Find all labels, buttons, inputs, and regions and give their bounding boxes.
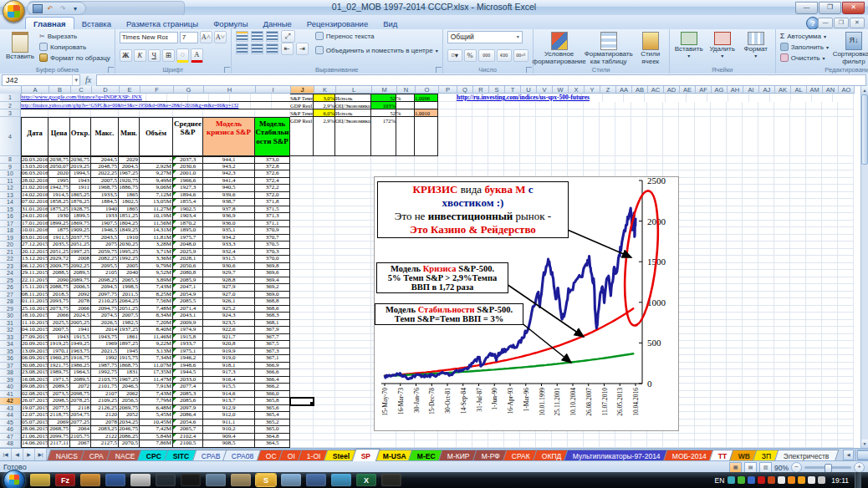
cell-H33[interactable]: 921,7: [203, 334, 255, 342]
empty-cell[interactable]: [774, 192, 790, 200]
cell-E48[interactable]: 2070,5: [119, 440, 140, 448]
empty-cell[interactable]: [790, 235, 806, 242]
empty-cell[interactable]: [290, 206, 314, 214]
insert-cells-button[interactable]: Вставить▾: [674, 31, 704, 58]
empty-cell[interactable]: [314, 405, 335, 413]
empty-cell[interactable]: [695, 440, 711, 448]
cell-G15[interactable]: 1902,5: [173, 206, 203, 214]
empty-cell[interactable]: [290, 178, 314, 186]
empty-cell[interactable]: [727, 398, 743, 405]
empty-cell[interactable]: [679, 206, 695, 214]
empty-cell[interactable]: [790, 355, 806, 363]
empty-cell[interactable]: [520, 440, 536, 448]
empty-cell[interactable]: [790, 270, 806, 277]
row-header-16[interactable]: 16: [0, 213, 21, 221]
cell-E9[interactable]: 2004,5: [119, 164, 140, 171]
empty-cell[interactable]: [679, 334, 695, 342]
empty-cell[interactable]: [743, 355, 758, 363]
empty-cell[interactable]: [695, 263, 711, 271]
empty-cell[interactable]: [758, 109, 774, 117]
empty-cell[interactable]: [679, 426, 695, 434]
cell-E47[interactable]: 2086,25: [119, 434, 140, 441]
empty-cell[interactable]: [743, 334, 758, 342]
cell-Q1[interactable]: http://ru.investing.com/indices/us-spx-5…: [457, 94, 861, 102]
empty-cell[interactable]: [727, 334, 743, 342]
empty-cell[interactable]: [743, 206, 758, 214]
cell-I34[interactable]: 367,5: [255, 341, 290, 348]
empty-cell[interactable]: [584, 109, 600, 117]
empty-cell[interactable]: [711, 313, 727, 320]
workbook-minimize-button[interactable]: —: [818, 18, 833, 28]
empty-cell[interactable]: [743, 270, 758, 277]
empty-cell[interactable]: [615, 117, 631, 156]
cell-A20[interactable]: 27.12.2015: [21, 241, 49, 249]
percent-style-icon[interactable]: %: [464, 49, 477, 62]
empty-cell[interactable]: [838, 249, 854, 257]
cell-H32[interactable]: 922,6: [203, 327, 255, 334]
empty-cell[interactable]: [314, 256, 335, 263]
empty-cell[interactable]: [838, 185, 854, 192]
cell-F30[interactable]: 8,34M: [140, 313, 173, 320]
cell-F45[interactable]: 10,45M: [140, 419, 173, 427]
empty-cell[interactable]: [290, 377, 314, 384]
cell-D46[interactable]: 2083,25: [91, 426, 119, 434]
empty-cell[interactable]: [290, 334, 314, 342]
empty-cell[interactable]: [838, 213, 854, 221]
taskbar-icon-media-player[interactable]: [156, 474, 176, 486]
row-header-3[interactable]: 3: [0, 109, 21, 117]
empty-cell[interactable]: [743, 227, 758, 235]
empty-cell[interactable]: [711, 405, 727, 413]
row-header-20[interactable]: 20: [0, 241, 21, 249]
empty-cell[interactable]: [822, 348, 838, 356]
empty-cell[interactable]: [335, 334, 371, 342]
cell-I39[interactable]: 366,4: [255, 377, 290, 384]
cell-D25[interactable]: 2098,25: [91, 277, 119, 285]
empty-cell[interactable]: [695, 284, 711, 292]
column-header-Q[interactable]: Q: [457, 86, 473, 94]
cell-E22[interactable]: 1992,25: [119, 256, 140, 263]
empty-cell[interactable]: [314, 377, 335, 384]
empty-cell[interactable]: [743, 241, 758, 249]
cell-F19[interactable]: 11,81M: [140, 235, 173, 242]
empty-cell[interactable]: [838, 320, 854, 328]
fill-color-button[interactable]: ◌: [176, 48, 189, 63]
empty-cell[interactable]: [335, 348, 371, 356]
empty-cell[interactable]: [743, 320, 758, 328]
empty-cell[interactable]: [822, 284, 838, 292]
cell-I36[interactable]: 367,1: [255, 355, 290, 363]
cell-G46[interactable]: 2065,7: [173, 426, 203, 434]
empty-cell[interactable]: [396, 440, 415, 448]
empty-cell[interactable]: [695, 178, 711, 186]
cell-N4[interactable]: [396, 117, 415, 156]
empty-cell[interactable]: [584, 102, 600, 109]
empty-cell[interactable]: [822, 434, 838, 441]
row-header-44[interactable]: 44: [0, 412, 21, 419]
empty-cell[interactable]: [743, 192, 758, 200]
empty-cell[interactable]: [727, 355, 743, 363]
row-header-27[interactable]: 27: [0, 292, 21, 299]
cell-B27[interactable]: 2018,5: [49, 292, 70, 299]
empty-cell[interactable]: [438, 156, 457, 164]
empty-cell[interactable]: [727, 263, 743, 271]
cell-C17[interactable]: 1869,75: [70, 221, 91, 228]
yahoo-finance-link[interactable]: http://finance.yahoo.com/q/hp?s=^GSPC&a=…: [21, 103, 238, 108]
cell-I42[interactable]: 365,8: [255, 398, 290, 405]
empty-cell[interactable]: [290, 405, 314, 413]
cell-F24[interactable]: 9,52M: [140, 270, 173, 277]
empty-cell[interactable]: [711, 227, 727, 235]
empty-cell[interactable]: [774, 170, 790, 178]
cell-H34[interactable]: 920,8: [203, 341, 255, 348]
cell-A27[interactable]: 08.11.2015: [21, 292, 49, 299]
empty-cell[interactable]: [774, 320, 790, 328]
empty-cell[interactable]: [822, 355, 838, 363]
empty-cell[interactable]: [838, 170, 854, 178]
cell-E14[interactable]: 1802,5: [119, 199, 140, 206]
empty-cell[interactable]: [520, 102, 536, 109]
empty-cell[interactable]: [758, 192, 774, 200]
empty-cell[interactable]: [743, 178, 758, 186]
empty-cell[interactable]: [727, 284, 743, 292]
vertical-scroll-thumb[interactable]: [861, 94, 868, 165]
tray-audio-icon[interactable]: [768, 476, 775, 484]
empty-cell[interactable]: [504, 102, 520, 109]
cell-F26[interactable]: 7,43M: [140, 284, 173, 292]
